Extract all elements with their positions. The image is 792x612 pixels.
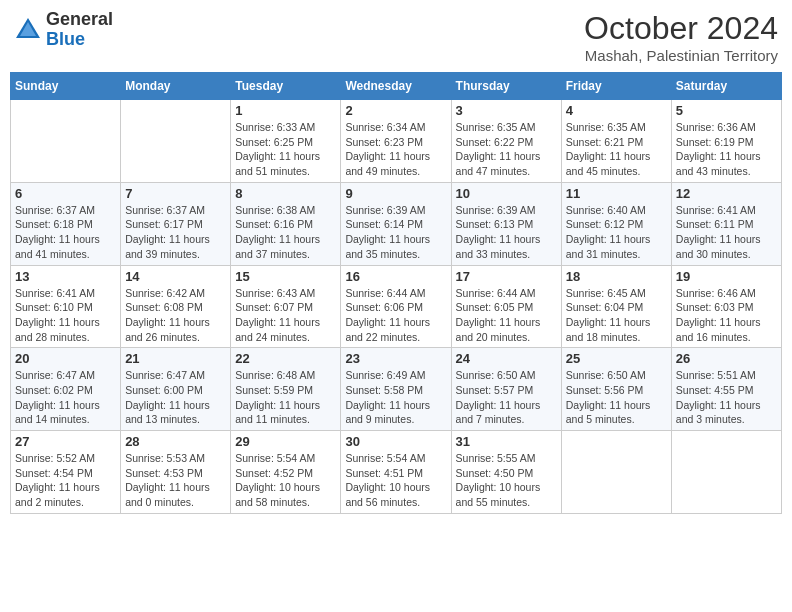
location-title: Mashah, Palestinian Territory <box>584 47 778 64</box>
day-info: Sunrise: 6:45 AM Sunset: 6:04 PM Dayligh… <box>566 286 667 345</box>
day-info: Sunrise: 5:52 AM Sunset: 4:54 PM Dayligh… <box>15 451 116 510</box>
day-number: 8 <box>235 186 336 201</box>
calendar-cell: 20Sunrise: 6:47 AM Sunset: 6:02 PM Dayli… <box>11 348 121 431</box>
calendar-cell: 31Sunrise: 5:55 AM Sunset: 4:50 PM Dayli… <box>451 431 561 514</box>
day-number: 29 <box>235 434 336 449</box>
day-info: Sunrise: 6:33 AM Sunset: 6:25 PM Dayligh… <box>235 120 336 179</box>
calendar-cell: 19Sunrise: 6:46 AM Sunset: 6:03 PM Dayli… <box>671 265 781 348</box>
day-number: 28 <box>125 434 226 449</box>
day-number: 18 <box>566 269 667 284</box>
weekday-header: Friday <box>561 73 671 100</box>
day-info: Sunrise: 6:39 AM Sunset: 6:13 PM Dayligh… <box>456 203 557 262</box>
day-number: 13 <box>15 269 116 284</box>
calendar-cell: 14Sunrise: 6:42 AM Sunset: 6:08 PM Dayli… <box>121 265 231 348</box>
day-info: Sunrise: 6:39 AM Sunset: 6:14 PM Dayligh… <box>345 203 446 262</box>
day-info: Sunrise: 6:37 AM Sunset: 6:18 PM Dayligh… <box>15 203 116 262</box>
day-info: Sunrise: 6:34 AM Sunset: 6:23 PM Dayligh… <box>345 120 446 179</box>
day-number: 3 <box>456 103 557 118</box>
calendar-cell: 5Sunrise: 6:36 AM Sunset: 6:19 PM Daylig… <box>671 100 781 183</box>
calendar-cell: 25Sunrise: 6:50 AM Sunset: 5:56 PM Dayli… <box>561 348 671 431</box>
calendar-table: SundayMondayTuesdayWednesdayThursdayFrid… <box>10 72 782 514</box>
day-info: Sunrise: 6:42 AM Sunset: 6:08 PM Dayligh… <box>125 286 226 345</box>
day-info: Sunrise: 6:40 AM Sunset: 6:12 PM Dayligh… <box>566 203 667 262</box>
calendar-cell <box>561 431 671 514</box>
day-number: 24 <box>456 351 557 366</box>
day-info: Sunrise: 6:50 AM Sunset: 5:56 PM Dayligh… <box>566 368 667 427</box>
day-info: Sunrise: 6:35 AM Sunset: 6:22 PM Dayligh… <box>456 120 557 179</box>
day-number: 4 <box>566 103 667 118</box>
calendar-cell: 28Sunrise: 5:53 AM Sunset: 4:53 PM Dayli… <box>121 431 231 514</box>
calendar-cell: 18Sunrise: 6:45 AM Sunset: 6:04 PM Dayli… <box>561 265 671 348</box>
calendar-cell: 7Sunrise: 6:37 AM Sunset: 6:17 PM Daylig… <box>121 182 231 265</box>
day-number: 26 <box>676 351 777 366</box>
weekday-header: Wednesday <box>341 73 451 100</box>
weekday-header: Sunday <box>11 73 121 100</box>
day-number: 7 <box>125 186 226 201</box>
day-number: 5 <box>676 103 777 118</box>
day-number: 25 <box>566 351 667 366</box>
day-info: Sunrise: 5:55 AM Sunset: 4:50 PM Dayligh… <box>456 451 557 510</box>
day-info: Sunrise: 6:47 AM Sunset: 6:02 PM Dayligh… <box>15 368 116 427</box>
calendar-cell: 2Sunrise: 6:34 AM Sunset: 6:23 PM Daylig… <box>341 100 451 183</box>
calendar-cell: 27Sunrise: 5:52 AM Sunset: 4:54 PM Dayli… <box>11 431 121 514</box>
calendar-cell: 1Sunrise: 6:33 AM Sunset: 6:25 PM Daylig… <box>231 100 341 183</box>
day-number: 19 <box>676 269 777 284</box>
calendar-cell: 8Sunrise: 6:38 AM Sunset: 6:16 PM Daylig… <box>231 182 341 265</box>
day-info: Sunrise: 5:51 AM Sunset: 4:55 PM Dayligh… <box>676 368 777 427</box>
day-number: 20 <box>15 351 116 366</box>
day-number: 10 <box>456 186 557 201</box>
calendar-cell: 3Sunrise: 6:35 AM Sunset: 6:22 PM Daylig… <box>451 100 561 183</box>
day-info: Sunrise: 6:43 AM Sunset: 6:07 PM Dayligh… <box>235 286 336 345</box>
day-number: 12 <box>676 186 777 201</box>
day-number: 14 <box>125 269 226 284</box>
day-number: 11 <box>566 186 667 201</box>
day-number: 27 <box>15 434 116 449</box>
calendar-cell: 26Sunrise: 5:51 AM Sunset: 4:55 PM Dayli… <box>671 348 781 431</box>
day-number: 1 <box>235 103 336 118</box>
calendar-cell: 17Sunrise: 6:44 AM Sunset: 6:05 PM Dayli… <box>451 265 561 348</box>
day-info: Sunrise: 6:36 AM Sunset: 6:19 PM Dayligh… <box>676 120 777 179</box>
calendar-cell: 11Sunrise: 6:40 AM Sunset: 6:12 PM Dayli… <box>561 182 671 265</box>
day-number: 2 <box>345 103 446 118</box>
calendar-week-row: 6Sunrise: 6:37 AM Sunset: 6:18 PM Daylig… <box>11 182 782 265</box>
day-number: 9 <box>345 186 446 201</box>
day-info: Sunrise: 6:41 AM Sunset: 6:11 PM Dayligh… <box>676 203 777 262</box>
day-info: Sunrise: 6:46 AM Sunset: 6:03 PM Dayligh… <box>676 286 777 345</box>
day-number: 17 <box>456 269 557 284</box>
calendar-cell: 12Sunrise: 6:41 AM Sunset: 6:11 PM Dayli… <box>671 182 781 265</box>
day-number: 15 <box>235 269 336 284</box>
calendar-week-row: 27Sunrise: 5:52 AM Sunset: 4:54 PM Dayli… <box>11 431 782 514</box>
day-info: Sunrise: 6:48 AM Sunset: 5:59 PM Dayligh… <box>235 368 336 427</box>
calendar-cell: 9Sunrise: 6:39 AM Sunset: 6:14 PM Daylig… <box>341 182 451 265</box>
logo: General Blue <box>14 10 113 50</box>
calendar-cell <box>121 100 231 183</box>
calendar-cell: 23Sunrise: 6:49 AM Sunset: 5:58 PM Dayli… <box>341 348 451 431</box>
day-number: 22 <box>235 351 336 366</box>
calendar-cell <box>671 431 781 514</box>
calendar-week-row: 1Sunrise: 6:33 AM Sunset: 6:25 PM Daylig… <box>11 100 782 183</box>
calendar-cell: 13Sunrise: 6:41 AM Sunset: 6:10 PM Dayli… <box>11 265 121 348</box>
calendar-cell: 29Sunrise: 5:54 AM Sunset: 4:52 PM Dayli… <box>231 431 341 514</box>
weekday-header: Thursday <box>451 73 561 100</box>
calendar-week-row: 20Sunrise: 6:47 AM Sunset: 6:02 PM Dayli… <box>11 348 782 431</box>
logo-icon <box>14 16 42 44</box>
day-number: 16 <box>345 269 446 284</box>
day-number: 6 <box>15 186 116 201</box>
day-info: Sunrise: 5:54 AM Sunset: 4:52 PM Dayligh… <box>235 451 336 510</box>
day-info: Sunrise: 6:50 AM Sunset: 5:57 PM Dayligh… <box>456 368 557 427</box>
calendar-cell: 4Sunrise: 6:35 AM Sunset: 6:21 PM Daylig… <box>561 100 671 183</box>
day-info: Sunrise: 5:53 AM Sunset: 4:53 PM Dayligh… <box>125 451 226 510</box>
calendar-cell: 30Sunrise: 5:54 AM Sunset: 4:51 PM Dayli… <box>341 431 451 514</box>
day-info: Sunrise: 6:35 AM Sunset: 6:21 PM Dayligh… <box>566 120 667 179</box>
month-title: October 2024 <box>584 10 778 47</box>
day-info: Sunrise: 5:54 AM Sunset: 4:51 PM Dayligh… <box>345 451 446 510</box>
weekday-header-row: SundayMondayTuesdayWednesdayThursdayFrid… <box>11 73 782 100</box>
day-number: 31 <box>456 434 557 449</box>
weekday-header: Tuesday <box>231 73 341 100</box>
day-number: 21 <box>125 351 226 366</box>
calendar-cell: 24Sunrise: 6:50 AM Sunset: 5:57 PM Dayli… <box>451 348 561 431</box>
day-info: Sunrise: 6:49 AM Sunset: 5:58 PM Dayligh… <box>345 368 446 427</box>
day-info: Sunrise: 6:37 AM Sunset: 6:17 PM Dayligh… <box>125 203 226 262</box>
day-number: 30 <box>345 434 446 449</box>
calendar-cell <box>11 100 121 183</box>
